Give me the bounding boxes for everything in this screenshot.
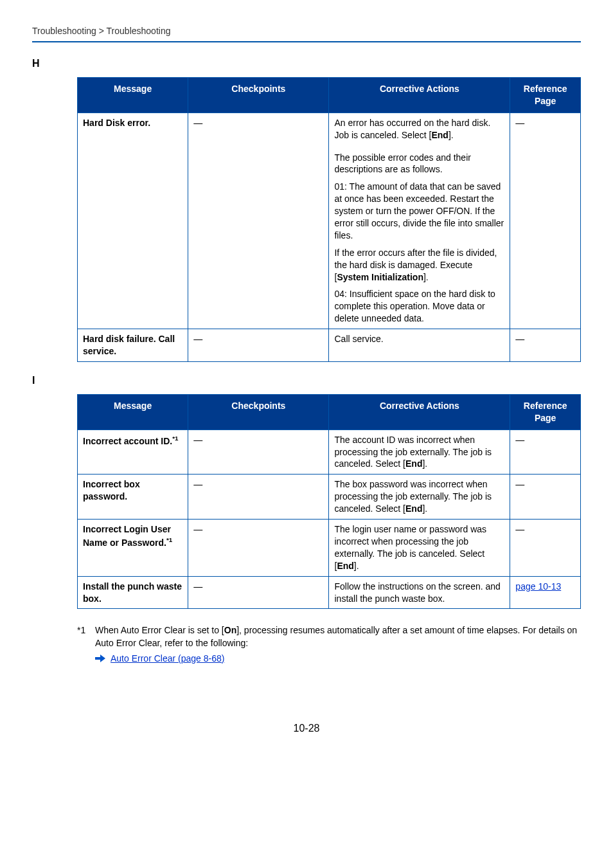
message-cell: Incorrect account ID.*1 [78, 429, 188, 475]
ref-header: Reference Page [510, 394, 581, 429]
table-row: Hard Disk error.―An error has occurred o… [78, 113, 581, 329]
actions-cell: An error has occurred on the hard disk. … [329, 113, 510, 329]
action-paragraph: 04: Insufficient space on the hard disk … [334, 288, 504, 325]
table-row: Install the punch waste box.―Follow the … [78, 576, 581, 609]
action-paragraph: The possible error codes and their descr… [334, 152, 504, 176]
ref-cell: ― [510, 329, 581, 362]
checkpoints-cell: ― [188, 520, 329, 577]
action-paragraph: The account ID was incorrect when proces… [334, 434, 504, 471]
action-paragraph: Call service. [334, 333, 504, 345]
message-cell: Install the punch waste box. [78, 576, 188, 609]
ref-cell: ― [510, 429, 581, 475]
table-row: Hard disk failure. Call service.―Call se… [78, 329, 581, 362]
action-paragraph: An error has occurred on the hard disk. … [334, 117, 504, 141]
message-header: Message [78, 394, 188, 429]
action-paragraph: The box password was incorrect when proc… [334, 478, 504, 515]
ref-page-link[interactable]: page 10-13 [515, 581, 561, 592]
actions-cell: Call service. [329, 329, 510, 362]
message-cell: Hard Disk error. [78, 113, 188, 329]
message-cell: Hard disk failure. Call service. [78, 329, 188, 362]
message-cell: Incorrect Login User Name or Password.*1 [78, 520, 188, 577]
checkpoints-header: Checkpoints [188, 78, 329, 113]
action-paragraph: If the error occurs after the file is di… [334, 247, 504, 284]
table-row: Incorrect account ID.*1―The account ID w… [78, 429, 581, 475]
ref-header: Reference Page [510, 78, 581, 113]
actions-cell: The box password was incorrect when proc… [329, 475, 510, 520]
header-rule [32, 41, 581, 42]
actions-cell: Follow the instructions on the screen. a… [329, 576, 510, 609]
section-letter: I [32, 375, 581, 386]
ref-cell: page 10-13 [510, 576, 581, 609]
checkpoints-cell: ― [188, 576, 329, 609]
actions-header: Corrective Actions [329, 394, 510, 429]
actions-cell: The account ID was incorrect when proces… [329, 429, 510, 475]
footnote-link[interactable]: Auto Error Clear (page 8-68) [111, 653, 224, 665]
message-cell: Incorrect box password. [78, 475, 188, 520]
section-letter: H [32, 58, 581, 69]
footnote-marker: *1 [77, 624, 95, 649]
ref-cell: ― [510, 520, 581, 577]
ref-cell: ― [510, 113, 581, 329]
arrow-right-icon [95, 654, 105, 663]
page-number: 10-28 [32, 723, 581, 734]
breadcrumb: Troubleshooting > Troubleshooting [32, 26, 581, 41]
checkpoints-cell: ― [188, 113, 329, 329]
footnote-text: When Auto Error Clear is set to [On], pr… [95, 624, 581, 649]
action-paragraph: Follow the instructions on the screen. a… [334, 581, 504, 605]
table-row: Incorrect box password.―The box password… [78, 475, 581, 520]
footnote: *1 When Auto Error Clear is set to [On],… [77, 622, 581, 665]
checkpoints-cell: ― [188, 475, 329, 520]
message-table: MessageCheckpointsCorrective ActionsRefe… [77, 77, 581, 362]
message-header: Message [78, 78, 188, 113]
actions-header: Corrective Actions [329, 78, 510, 113]
ref-cell: ― [510, 475, 581, 520]
checkpoints-cell: ― [188, 329, 329, 362]
checkpoints-cell: ― [188, 429, 329, 475]
message-table: MessageCheckpointsCorrective ActionsRefe… [77, 394, 581, 609]
checkpoints-header: Checkpoints [188, 394, 329, 429]
table-row: Incorrect Login User Name or Password.*1… [78, 520, 581, 577]
actions-cell: The login user name or password was inco… [329, 520, 510, 577]
action-paragraph: 01: The amount of data that can be saved… [334, 181, 504, 241]
action-paragraph: The login user name or password was inco… [334, 523, 504, 572]
